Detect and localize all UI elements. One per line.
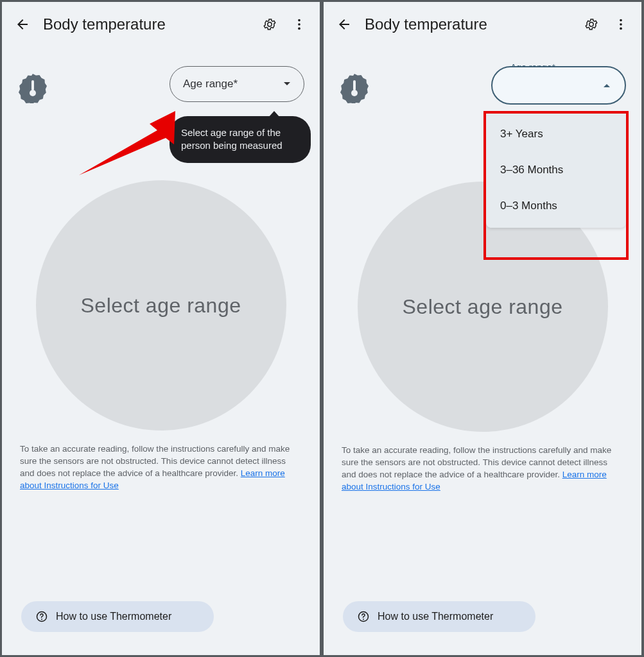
how-to-use-label: How to use Thermometer [56,611,171,622]
svg-point-7 [41,619,42,620]
controls-row: Age range* 3+ Years 3–36 Months 0–3 Mont… [324,47,641,105]
back-arrow-icon [15,17,30,32]
thermometer-badge [17,73,48,103]
back-arrow-icon [336,17,352,32]
how-to-use-label: How to use Thermometer [378,611,493,622]
age-option-0to3m[interactable]: 0–3 Months [486,188,626,224]
controls-row: Age range* Select age range of the perso… [2,47,320,103]
age-range-control: Age range* Select age range of the perso… [170,66,304,102]
age-range-menu: 3+ Years 3–36 Months 0–3 Months [486,112,626,228]
app-header: Body temperature [324,2,641,47]
age-option-3to36m[interactable]: 3–36 Months [486,152,626,188]
dropdown-tooltip: Select age range of the person being mea… [170,116,311,163]
caret-down-icon [283,81,291,87]
age-range-control: Age range* 3+ Years 3–36 Months 0–3 Mont… [491,66,626,105]
svg-point-2 [298,28,300,30]
svg-point-12 [351,90,358,96]
age-range-dropdown-open[interactable] [491,66,626,105]
back-button[interactable] [335,15,353,33]
app-header: Body temperature [2,2,320,47]
how-to-use-chip[interactable]: How to use Thermometer [21,601,214,632]
svg-point-14 [363,619,364,620]
svg-point-1 [298,23,300,26]
overflow-menu-button[interactable] [612,15,630,33]
more-vert-icon [292,17,306,31]
reading-placeholder-circle: Select age range [36,180,286,431]
svg-point-4 [30,90,36,96]
svg-point-10 [620,28,622,30]
how-to-use-chip[interactable]: How to use Thermometer [343,601,535,632]
page-title: Body temperature [43,15,249,33]
overflow-menu-button[interactable] [290,15,308,33]
help-circle-icon [35,610,48,623]
dropdown-label: Age range* [183,78,275,90]
age-option-3plus[interactable]: 3+ Years [486,116,626,152]
help-circle-icon [357,610,370,623]
gear-icon [584,17,598,31]
svg-point-8 [620,19,622,22]
thermometer-badge-icon [339,73,370,103]
settings-button[interactable] [261,15,279,33]
two-up-container: Body temperature Age range* [0,0,644,657]
svg-point-9 [620,23,622,26]
phone-right: Body temperature Age range* [323,1,642,656]
back-button[interactable] [13,15,31,33]
age-range-dropdown[interactable]: Age range* [170,66,304,102]
reading-placeholder-text: Select age range [81,294,241,318]
thermometer-badge-icon [17,73,48,103]
reading-placeholder-text: Select age range [403,295,563,319]
caret-up-icon [603,83,611,88]
disclaimer-text: To take an accurate reading, follow the … [2,431,320,492]
more-vert-icon [614,17,628,31]
disclaimer-text: To take an accurate reading, follow the … [324,432,641,493]
phone-left: Body temperature Age range* [1,1,320,656]
page-title: Body temperature [365,15,571,33]
settings-button[interactable] [582,15,600,33]
svg-rect-3 [31,80,34,90]
gear-icon [263,17,277,31]
svg-rect-11 [353,80,356,90]
thermometer-badge [339,73,370,103]
svg-point-0 [298,19,300,22]
